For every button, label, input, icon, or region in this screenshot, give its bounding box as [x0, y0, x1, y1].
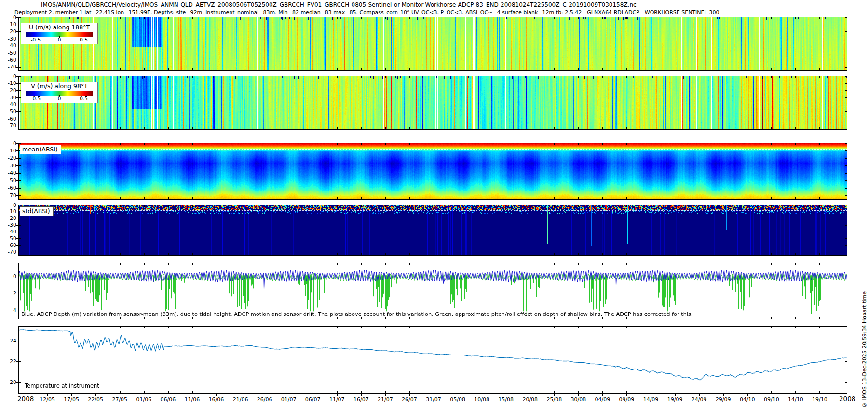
v-velocity-heatmap — [19, 76, 847, 129]
u-velocity-heatmap — [19, 17, 847, 70]
y-tick-mark — [16, 83, 18, 84]
x-tick-mark — [626, 394, 627, 396]
u-colorbar-legend: U (m/s) along 188°T -0.5 0 0.5 — [21, 23, 98, 44]
x-tick-label: 22/05 — [88, 396, 103, 403]
colorbar-tick-label: -0.5 — [31, 37, 41, 42]
x-tick-mark — [71, 394, 72, 396]
x-tick-mark — [95, 394, 96, 396]
x-tick-mark — [458, 394, 458, 396]
y-tick-label: -60 — [0, 185, 16, 191]
y-tick-mark — [16, 31, 18, 32]
y-tick-mark — [16, 361, 18, 362]
y-tick-mark — [16, 143, 18, 144]
y-tick-mark — [16, 150, 18, 151]
x-tick-mark — [144, 394, 144, 396]
copyright-watermark: © IMOS 13-Dec-2025 20:59:34 Hobart time — [861, 291, 868, 408]
y-tick-label: 0 — [0, 73, 16, 80]
y-tick-label: 24 — [0, 338, 16, 344]
y-tick-label: -60 — [0, 242, 16, 248]
y-tick-label: -30 — [0, 163, 16, 169]
y-tick-mark — [16, 188, 18, 189]
x-tick-mark — [385, 394, 386, 396]
y-tick-label: -10 — [0, 80, 16, 86]
x-tick-mark — [554, 394, 555, 396]
y-tick-mark — [16, 195, 18, 196]
y-tick-mark — [16, 173, 18, 174]
x-tick-mark — [192, 394, 192, 396]
x-tick-label: 30/08 — [570, 396, 586, 403]
x-tick-label: 19/10 — [812, 396, 827, 403]
y-tick-label: -70 — [0, 64, 16, 70]
x-tick-mark — [820, 394, 820, 396]
figure-title: IMOS/ANMN/QLD/GBRCCH/Velocity/IMOS_ANMN-… — [41, 1, 637, 8]
y-tick-mark — [16, 105, 18, 105]
temperature-plot — [19, 327, 847, 393]
temperature-label: Temperature at instrument — [24, 383, 100, 389]
x-tick-label: 01/07 — [281, 396, 297, 403]
x-tick-mark — [772, 394, 772, 396]
x-tick-mark — [409, 394, 410, 396]
y-tick-label: 20 — [0, 379, 16, 385]
y-tick-mark — [16, 126, 18, 126]
year-label-right: 2008 — [839, 395, 855, 403]
y-tick-mark — [16, 76, 18, 77]
y-tick-mark — [16, 311, 18, 311]
x-tick-mark — [47, 394, 48, 396]
x-tick-label: 29/09 — [716, 396, 731, 403]
x-tick-label: 16/07 — [353, 396, 369, 403]
x-tick-label: 04/09 — [595, 396, 610, 403]
u-legend-title: U (m/s) along 188°T — [21, 24, 97, 31]
x-tick-mark — [241, 394, 241, 396]
x-tick-label: 24/09 — [692, 396, 707, 403]
y-tick-mark — [16, 245, 18, 246]
y-tick-mark — [16, 341, 18, 341]
y-tick-mark — [16, 294, 18, 294]
y-tick-mark — [16, 39, 18, 39]
y-tick-label: -40 — [0, 42, 16, 49]
y-tick-label: -20 — [0, 155, 16, 161]
y-tick-mark — [16, 60, 18, 60]
x-tick-mark — [434, 394, 434, 396]
y-tick-mark — [16, 119, 18, 119]
y-tick-label: 0 — [0, 273, 16, 280]
panel-v-velocity: V (m/s) along 98°T -0.5 0 0.5 — [18, 76, 847, 130]
x-tick-mark — [747, 394, 748, 396]
y-tick-label: -60 — [0, 57, 16, 63]
x-tick-label: 20/08 — [522, 396, 538, 403]
std-absi-heatmap — [19, 205, 847, 255]
x-tick-mark — [723, 394, 724, 396]
colorbar-tick-label: 0.5 — [80, 37, 88, 42]
x-tick-label: 06/06 — [161, 396, 176, 403]
y-tick-mark — [16, 67, 18, 68]
x-tick-mark — [313, 394, 313, 396]
y-tick-label: -10 — [0, 208, 16, 215]
y-tick-mark — [16, 205, 18, 205]
panel-temperature: Temperature at instrument — [18, 326, 847, 394]
y-tick-label: -50 — [0, 178, 16, 184]
y-tick-label: -70 — [0, 123, 16, 129]
panel-depth-variation: Blue: ADCP Depth (m) variation from sens… — [18, 263, 847, 319]
y-tick-label: -40 — [0, 101, 16, 108]
y-tick-mark — [16, 17, 18, 18]
y-tick-mark — [16, 382, 18, 383]
y-tick-mark — [16, 165, 18, 166]
x-tick-label: 15/08 — [498, 396, 514, 403]
y-tick-label: -40 — [0, 170, 16, 176]
x-tick-label: 21/07 — [378, 396, 393, 403]
x-tick-mark — [361, 394, 362, 396]
y-tick-mark — [16, 111, 18, 112]
y-tick-label: -20 — [0, 87, 16, 94]
y-tick-label: -70 — [0, 249, 16, 255]
x-tick-label: 06/07 — [305, 396, 321, 403]
x-tick-mark — [578, 394, 579, 396]
x-tick-mark — [216, 394, 217, 396]
y-tick-label: 0 — [0, 202, 16, 208]
x-tick-label: 12/05 — [40, 396, 55, 403]
y-tick-label: -10 — [0, 21, 16, 27]
y-tick-label: -50 — [0, 109, 16, 115]
y-tick-mark — [16, 252, 18, 252]
x-tick-label: 09/10 — [764, 396, 779, 403]
mean-absi-heatmap — [19, 143, 847, 199]
y-tick-label: -70 — [0, 192, 16, 199]
v-legend-title: V (m/s) along 98°T — [21, 82, 97, 90]
